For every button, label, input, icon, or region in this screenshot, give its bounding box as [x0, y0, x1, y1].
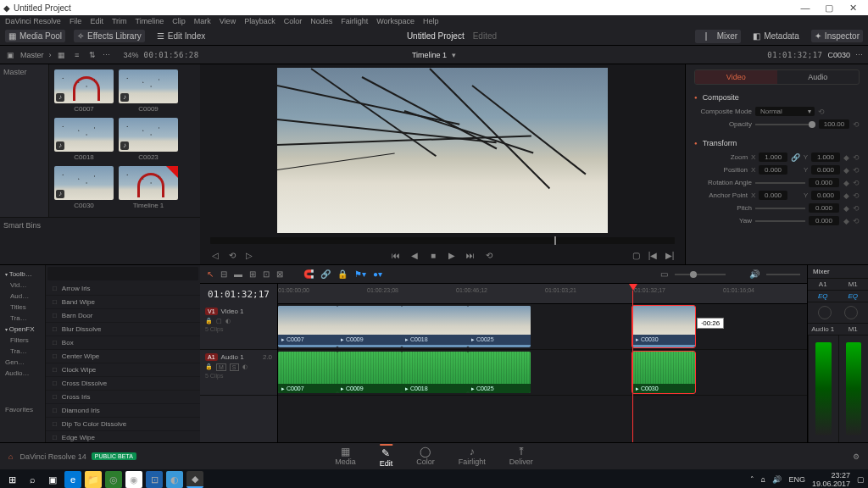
page-fairlight[interactable]: ♪Fairlight: [459, 446, 486, 468]
home-icon[interactable]: ⌂: [8, 452, 13, 461]
task-view-icon[interactable]: ▣: [44, 471, 61, 488]
bin-label[interactable]: Master: [20, 51, 44, 59]
composite-header[interactable]: Composite: [694, 93, 860, 102]
track-toggle-icon[interactable]: ◐: [242, 363, 248, 371]
clip-thumb[interactable]: ♪C0018: [54, 118, 114, 161]
pitch-value[interactable]: 0.000: [809, 203, 839, 213]
fx-category[interactable]: Gen…: [2, 357, 43, 368]
timeline-thumb[interactable]: Timeline 1: [119, 166, 178, 209]
overwrite-icon[interactable]: ⊡: [263, 269, 270, 279]
video-clip[interactable]: ▸ C0018: [402, 306, 468, 347]
link-icon[interactable]: 🔗: [791, 153, 800, 162]
fx-item[interactable]: Clock Wipe: [46, 363, 200, 377]
clip-thumb[interactable]: ♪C0009: [119, 69, 178, 113]
flag-icon[interactable]: ⚑▾: [354, 269, 366, 279]
window-maximize[interactable]: ▢: [817, 3, 841, 14]
mixer-button[interactable]: ⎹⎸Mixer: [695, 30, 741, 43]
track-toggle-icon[interactable]: ◐: [225, 318, 231, 324]
page-color[interactable]: ◯Color: [416, 446, 435, 468]
zoom-percent[interactable]: 34%: [124, 51, 139, 59]
fader[interactable]: [815, 342, 832, 435]
menu-item[interactable]: Playback: [244, 17, 275, 25]
taskbar-app[interactable]: ⊡: [146, 471, 163, 488]
viewer-scrubber[interactable]: [210, 237, 675, 244]
rotation-value[interactable]: 0.000: [809, 178, 839, 187]
menu-item[interactable]: Workspace: [376, 17, 415, 25]
inspector-button[interactable]: ✦Inspector: [811, 30, 863, 42]
reset-icon[interactable]: ⟲: [818, 108, 825, 116]
pitch-slider[interactable]: [755, 208, 805, 209]
fx-item[interactable]: Edge Wipe: [46, 431, 200, 442]
taskbar-app[interactable]: ◎: [105, 471, 122, 488]
audio-clip[interactable]: ▸ C0018: [402, 352, 468, 393]
blade-tool-icon[interactable]: ▬: [234, 269, 242, 279]
taskbar-app[interactable]: ◐: [166, 471, 183, 488]
window-close[interactable]: ✕: [841, 3, 865, 14]
volume-icon[interactable]: 🔊: [749, 269, 760, 279]
menu-item[interactable]: Nodes: [310, 17, 332, 25]
composite-mode-select[interactable]: Normal: [755, 107, 815, 116]
volume-slider[interactable]: [766, 274, 800, 275]
taskbar-app-resolve[interactable]: ◆: [186, 471, 203, 488]
edit-index-button[interactable]: ☰Edit Index: [153, 30, 209, 42]
reset-icon[interactable]: ⟲: [853, 179, 860, 187]
menu-item[interactable]: Edit: [90, 17, 103, 25]
menu-item[interactable]: Trim: [112, 17, 127, 25]
match-frame-icon[interactable]: ▢: [631, 250, 641, 260]
reset-icon[interactable]: ⟲: [853, 153, 860, 162]
magnet-icon[interactable]: 🧲: [303, 269, 314, 279]
timeline-name[interactable]: Timeline 1: [412, 51, 447, 59]
video-clip[interactable]: ▸ C0009: [337, 306, 402, 347]
mute-button[interactable]: M: [216, 363, 226, 371]
chevron-down-icon[interactable]: ▾: [452, 51, 456, 59]
play-icon[interactable]: ▶: [447, 250, 457, 260]
insert-icon[interactable]: ⊞: [249, 269, 256, 279]
loop-icon[interactable]: ⟲: [227, 250, 237, 260]
pan-knob[interactable]: [844, 306, 858, 319]
tray-lang[interactable]: ENG: [788, 475, 805, 484]
tab-video[interactable]: Video: [695, 70, 777, 84]
clip-thumb[interactable]: ♪C0023: [119, 118, 178, 161]
panel-icon[interactable]: ▣: [5, 51, 15, 59]
replace-icon[interactable]: ⊠: [276, 269, 283, 279]
page-media[interactable]: ▦Media: [335, 446, 356, 468]
solo-button[interactable]: S: [230, 363, 239, 371]
audio-clip[interactable]: ▸ C0030: [632, 352, 695, 393]
video-clip[interactable]: ▸ C0007: [278, 306, 337, 347]
menu-item[interactable]: DaVinci Resolve: [5, 17, 61, 25]
window-minimize[interactable]: —: [793, 3, 817, 13]
fx-category-openfx[interactable]: OpenFX: [2, 324, 43, 335]
zoom-y[interactable]: 1.000: [811, 152, 839, 162]
rotation-slider[interactable]: [755, 182, 805, 184]
reset-icon[interactable]: ⟲: [853, 217, 860, 225]
timeline-view-icon[interactable]: ▭: [660, 269, 668, 279]
track-toggle-icon[interactable]: ▢: [216, 318, 222, 324]
reset-icon[interactable]: ⟲: [853, 166, 860, 175]
next-edit-icon[interactable]: ▷: [244, 250, 254, 260]
transform-header[interactable]: Transform: [694, 139, 860, 147]
page-edit[interactable]: ✎Edit: [380, 444, 393, 468]
pan-knob[interactable]: [818, 306, 832, 319]
fx-category[interactable]: Titles: [2, 302, 43, 313]
bin-tree[interactable]: Master: [0, 64, 49, 217]
smart-bins[interactable]: Smart Bins: [0, 217, 200, 264]
search-icon[interactable]: ⌕: [24, 471, 41, 488]
tray-date[interactable]: 19.06.2017: [812, 480, 850, 488]
fx-item[interactable]: Center Wipe: [46, 350, 200, 363]
fx-search[interactable]: [47, 267, 198, 280]
anchor-y[interactable]: 0.000: [811, 191, 839, 200]
fx-item[interactable]: Diamond Iris: [46, 404, 200, 418]
fx-item[interactable]: Cross Dissolve: [46, 377, 200, 391]
playhead[interactable]: [632, 291, 633, 304]
opacity-slider[interactable]: [755, 124, 815, 125]
taskbar-app-explorer[interactable]: 📁: [85, 471, 102, 488]
effects-library-button[interactable]: ✧Effects Library: [74, 30, 145, 42]
menu-item[interactable]: File: [70, 17, 82, 25]
trim-tool-icon[interactable]: ⊟: [220, 269, 227, 279]
menu-item[interactable]: Help: [423, 17, 439, 25]
pos-y[interactable]: 0.000: [811, 165, 839, 175]
audio-track-header[interactable]: A1Audio 12.0 🔒MS◐ 5 Clips: [200, 350, 277, 396]
fx-item[interactable]: Blur Dissolve: [46, 323, 200, 336]
mark-out-icon[interactable]: ▶|: [665, 250, 675, 260]
anchor-x[interactable]: 0.000: [759, 191, 787, 200]
